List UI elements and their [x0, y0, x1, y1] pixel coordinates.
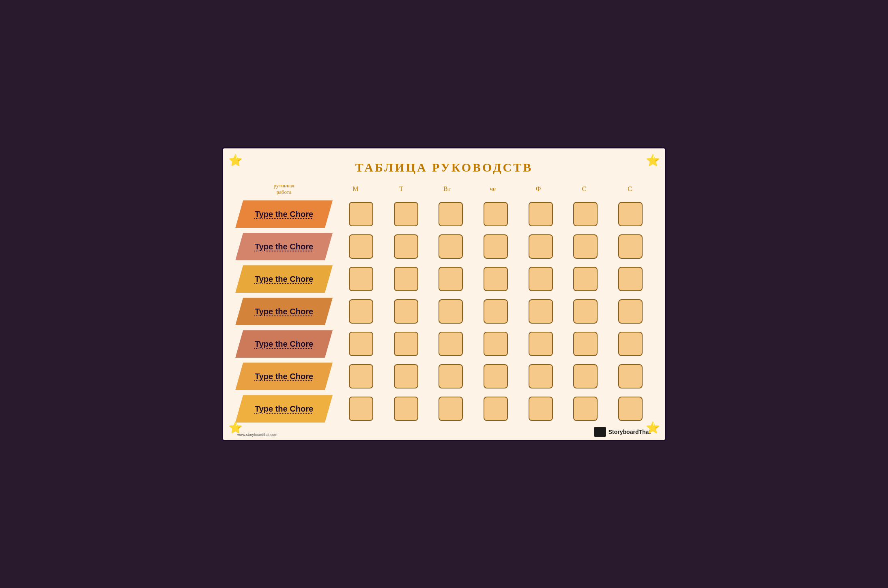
checkbox-cell[interactable] — [349, 234, 373, 259]
day-header: С — [570, 185, 598, 193]
checkbox-cell[interactable] — [484, 267, 508, 291]
checkbox-cell[interactable] — [573, 267, 598, 291]
checkbox-cell[interactable] — [573, 364, 598, 388]
checkbox-group — [339, 202, 653, 226]
day-header: че — [478, 185, 507, 193]
corner-decoration-tr: ⭐ — [643, 150, 663, 171]
chore-label-wrapper: Type the Chore — [235, 363, 333, 390]
checkbox-cell[interactable] — [529, 364, 553, 388]
checkbox-cell[interactable] — [484, 202, 508, 226]
chore-label-wrapper: Type the Chore — [235, 395, 333, 423]
chore-label[interactable]: Type the Chore — [235, 200, 333, 228]
checkbox-cell[interactable] — [394, 234, 418, 259]
checkbox-cell[interactable] — [394, 397, 418, 421]
checkbox-cell[interactable] — [439, 202, 463, 226]
routine-label: рутинная работа — [239, 182, 333, 196]
corner-decoration-tl: ⭐ — [225, 150, 245, 171]
checkbox-group — [339, 299, 653, 324]
chore-rows: Type the ChoreType the ChoreType the Cho… — [235, 199, 653, 424]
checkbox-cell[interactable] — [529, 299, 553, 324]
checkbox-cell[interactable] — [349, 332, 373, 356]
checkbox-cell[interactable] — [349, 397, 373, 421]
day-header: С — [616, 185, 644, 193]
checkbox-cell[interactable] — [618, 234, 643, 259]
chore-row: Type the Chore — [235, 264, 653, 294]
checkbox-group — [339, 332, 653, 356]
checkbox-cell[interactable] — [484, 364, 508, 388]
chore-row: Type the Chore — [235, 296, 653, 326]
checkbox-group — [339, 234, 653, 259]
checkbox-cell[interactable] — [439, 364, 463, 388]
checkbox-cell[interactable] — [349, 267, 373, 291]
checkbox-cell[interactable] — [394, 299, 418, 324]
checkbox-cell[interactable] — [439, 332, 463, 356]
checkbox-cell[interactable] — [394, 267, 418, 291]
day-header: М — [341, 185, 370, 193]
chore-label[interactable]: Type the Chore — [235, 265, 333, 293]
checkbox-cell[interactable] — [618, 299, 643, 324]
chore-label-wrapper: Type the Chore — [235, 265, 333, 293]
day-headers: МТВтчеФСС — [333, 185, 653, 193]
checkbox-cell[interactable] — [573, 397, 598, 421]
chore-row: Type the Chore — [235, 199, 653, 229]
chore-label[interactable]: Type the Chore — [235, 330, 333, 358]
checkbox-cell[interactable] — [394, 364, 418, 388]
chore-label[interactable]: Type the Chore — [235, 233, 333, 260]
brand-logo: StoryboardThat — [594, 427, 651, 437]
checkbox-cell[interactable] — [349, 202, 373, 226]
chore-row: Type the Chore — [235, 329, 653, 359]
checkbox-cell[interactable] — [573, 299, 598, 324]
chore-row: Type the Chore — [235, 394, 653, 424]
chore-label-wrapper: Type the Chore — [235, 233, 333, 260]
checkbox-cell[interactable] — [394, 202, 418, 226]
checkbox-cell[interactable] — [618, 397, 643, 421]
checkbox-cell[interactable] — [618, 267, 643, 291]
checkbox-cell[interactable] — [618, 332, 643, 356]
corner-decoration-br: ⭐ — [643, 418, 663, 438]
chore-label-wrapper: Type the Chore — [235, 298, 333, 325]
checkbox-cell[interactable] — [573, 332, 598, 356]
checkbox-cell[interactable] — [529, 234, 553, 259]
table-container: рутинная работа МТВтчеФСС Type the Chore… — [235, 182, 653, 424]
checkbox-cell[interactable] — [349, 364, 373, 388]
chore-label[interactable]: Type the Chore — [235, 298, 333, 325]
chore-label-wrapper: Type the Chore — [235, 330, 333, 358]
checkbox-cell[interactable] — [573, 202, 598, 226]
checkbox-cell[interactable] — [439, 267, 463, 291]
day-header: Ф — [524, 185, 553, 193]
checkbox-cell[interactable] — [484, 234, 508, 259]
checkbox-cell[interactable] — [529, 397, 553, 421]
checkbox-cell[interactable] — [439, 299, 463, 324]
chore-label-wrapper: Type the Chore — [235, 200, 333, 228]
day-header: Т — [387, 185, 415, 193]
checkbox-cell[interactable] — [439, 234, 463, 259]
checkbox-group — [339, 397, 653, 421]
checkbox-cell[interactable] — [618, 202, 643, 226]
chore-row: Type the Chore — [235, 361, 653, 391]
checkbox-cell[interactable] — [529, 332, 553, 356]
page-container: ⭐ ⭐ ⭐ ⭐ ТАБЛИЦА РУКОВОДСТВ рутинная рабо… — [222, 147, 666, 441]
checkbox-cell[interactable] — [573, 234, 598, 259]
page-title: ТАБЛИЦА РУКОВОДСТВ — [235, 161, 653, 174]
brand-icon — [594, 427, 606, 437]
checkbox-cell[interactable] — [484, 397, 508, 421]
checkbox-group — [339, 364, 653, 388]
day-header: Вт — [433, 185, 461, 193]
footer: www.storyboardthat.com StoryboardThat — [235, 427, 653, 437]
checkbox-cell[interactable] — [618, 364, 643, 388]
checkbox-cell[interactable] — [529, 267, 553, 291]
checkbox-cell[interactable] — [394, 332, 418, 356]
checkbox-cell[interactable] — [439, 397, 463, 421]
checkbox-cell[interactable] — [349, 299, 373, 324]
checkbox-cell[interactable] — [484, 332, 508, 356]
header-row: рутинная работа МТВтчеФСС — [235, 182, 653, 196]
chore-row: Type the Chore — [235, 232, 653, 262]
checkbox-cell[interactable] — [484, 299, 508, 324]
chore-label[interactable]: Type the Chore — [235, 395, 333, 423]
checkbox-cell[interactable] — [529, 202, 553, 226]
chore-label[interactable]: Type the Chore — [235, 363, 333, 390]
checkbox-group — [339, 267, 653, 291]
